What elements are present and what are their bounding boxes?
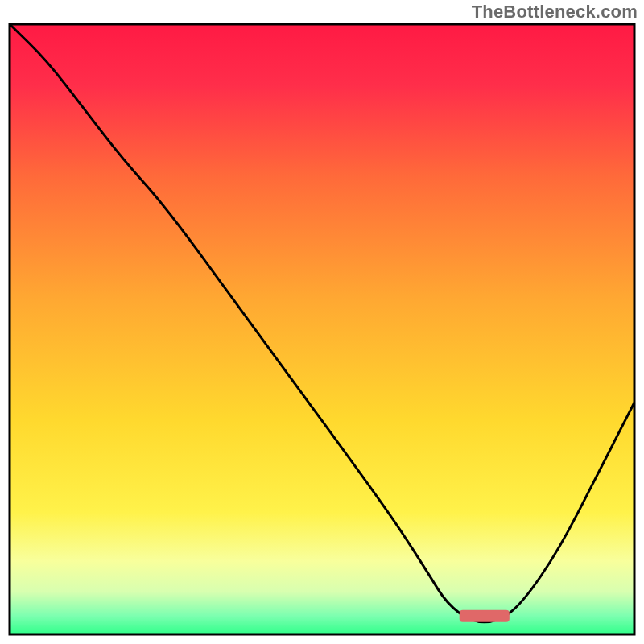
chart-root: TheBottleneck.com (0, 0, 644, 644)
optimal-range-marker (460, 610, 510, 622)
plot-area (10, 24, 634, 634)
chart-svg (0, 0, 644, 644)
